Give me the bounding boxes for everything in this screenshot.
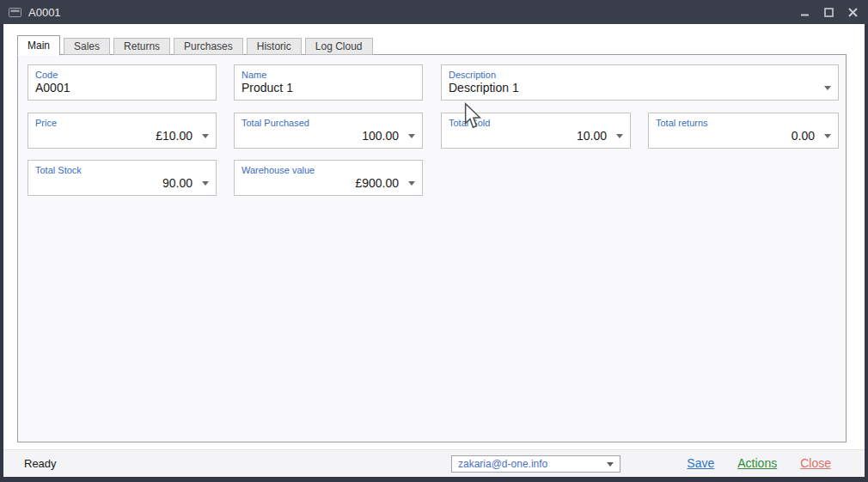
name-field[interactable]: Name Product 1 [234,64,423,101]
total-purchased-label: Total Purchased [235,113,422,128]
chevron-down-icon[interactable] [824,134,831,138]
window-title: A0001 [28,6,61,19]
status-links: Save Actions Close [687,456,831,470]
warehouse-value-field[interactable]: Warehouse value £900.00 [234,160,423,196]
close-icon[interactable] [847,6,859,19]
total-returns-field[interactable]: Total returns 0.00 [648,113,839,149]
price-label: Price [28,113,216,128]
tab-sales[interactable]: Sales [64,38,110,55]
chevron-down-icon[interactable] [824,86,831,90]
status-bar: Ready zakaria@d-one.info Save Actions Cl… [3,449,865,477]
total-purchased-field[interactable]: Total Purchased 100.00 [234,113,423,149]
total-purchased-value: 100.00 [362,129,399,143]
tab-historic[interactable]: Historic [247,38,302,55]
save-button[interactable]: Save [687,456,714,470]
total-stock-field[interactable]: Total Stock 90.00 [28,160,217,196]
chevron-down-icon[interactable] [408,181,415,186]
chevron-down-icon[interactable] [408,134,415,138]
maximize-icon[interactable] [822,6,835,19]
code-value: A0001 [35,81,70,95]
total-stock-value: 90.00 [162,176,193,190]
chevron-down-icon[interactable] [616,134,623,138]
app-window: A0001 Main Sales Returns Purchases Hist [0,0,868,482]
price-field[interactable]: Price £10.00 [28,113,217,149]
name-label: Name [235,65,422,80]
total-returns-label: Total returns [649,113,838,128]
tab-strip: Main Sales Returns Purchases Historic Lo… [17,34,376,55]
total-sold-field[interactable]: Total Sold 10.00 [441,113,631,149]
close-button[interactable]: Close [800,456,831,470]
window-controls [798,0,859,24]
actions-button[interactable]: Actions [737,456,777,470]
code-field[interactable]: Code A0001 [28,64,217,101]
price-value: £10.00 [156,129,193,143]
warehouse-value-value: £900.00 [355,176,399,190]
minimize-icon[interactable] [798,6,811,19]
chevron-down-icon[interactable] [202,134,209,138]
chevron-down-icon [607,462,614,467]
tab-log-cloud[interactable]: Log Cloud [305,38,373,55]
total-stock-label: Total Stock [28,161,216,175]
total-returns-value: 0.00 [792,129,815,143]
name-value: Product 1 [241,81,293,95]
tab-purchases[interactable]: Purchases [174,38,243,55]
card-icon [9,8,21,17]
client-area: Main Sales Returns Purchases Historic Lo… [3,24,865,477]
tab-returns[interactable]: Returns [113,38,170,55]
status-text: Ready [24,457,57,470]
code-label: Code [28,65,216,80]
chevron-down-icon[interactable] [202,181,209,186]
total-sold-label: Total Sold [442,113,630,128]
description-label: Description [442,65,838,80]
description-field[interactable]: Description Description 1 [441,64,839,101]
account-value: zakaria@d-one.info [458,458,547,470]
titlebar: A0001 [0,0,868,24]
account-combobox[interactable]: zakaria@d-one.info [451,455,620,473]
description-value: Description 1 [449,81,519,95]
warehouse-value-label: Warehouse value [235,161,422,175]
total-sold-value: 10.00 [577,129,607,143]
tab-main[interactable]: Main [17,35,60,56]
main-tab-page: Code A0001 Name Product 1 Description De… [17,54,847,442]
